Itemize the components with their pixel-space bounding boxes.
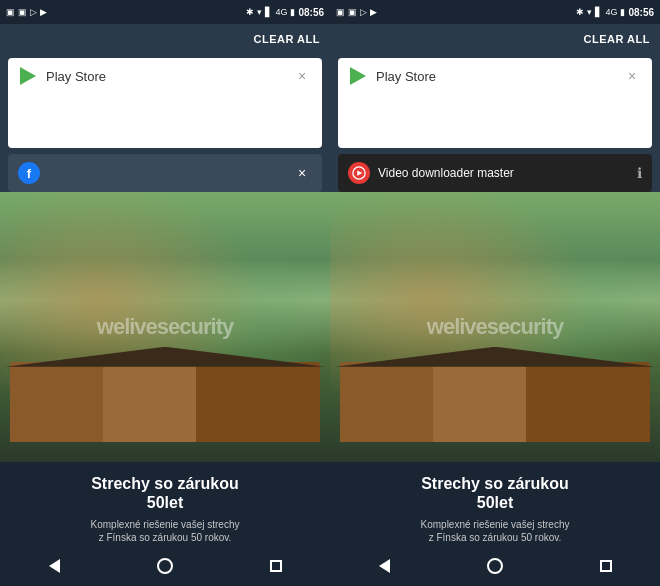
bottom-overlay-left: Strechy so zárukou50let Komplexné riešen… bbox=[0, 462, 330, 550]
bluetooth-icon-r: ✱ bbox=[576, 7, 584, 17]
left-panel: ▣ ▣ ▷ ▶ ✱ ▾ ▋ 4G ▮ 08:56 CLEAR ALL bbox=[0, 0, 330, 586]
forward-icon-r: ▷ bbox=[360, 7, 367, 17]
signal-icon-r: ▋ bbox=[595, 7, 602, 17]
playstore-title-left: Play Store bbox=[46, 69, 284, 84]
card-header-left: Play Store × bbox=[8, 58, 322, 92]
svg-marker-3 bbox=[357, 170, 362, 175]
battery-icon-r: ▮ bbox=[620, 7, 625, 17]
playstore-title-right: Play Store bbox=[376, 69, 614, 84]
notification-icon-r2: ▣ bbox=[348, 7, 357, 17]
battery-4g: 4G bbox=[275, 7, 287, 17]
signal-icon: ▋ bbox=[265, 7, 272, 17]
clear-all-button-right[interactable]: CLEAR ALL bbox=[584, 33, 650, 45]
photo-bg-left: welivesecurity bbox=[0, 192, 330, 462]
battery-icon: ▮ bbox=[290, 7, 295, 17]
home-button-left[interactable] bbox=[157, 558, 173, 574]
playstore-card-left: Play Store × bbox=[8, 58, 322, 148]
headline-left: Strechy so zárukou50let bbox=[12, 474, 318, 512]
card-header-right: Play Store × bbox=[338, 58, 652, 92]
nav-bar-right bbox=[330, 550, 660, 586]
play-icon-r: ▶ bbox=[370, 7, 377, 17]
battery-4g-r: 4G bbox=[605, 7, 617, 17]
status-bar-right: ▣ ▣ ▷ ▶ ✱ ▾ ▋ 4G ▮ 08:56 bbox=[330, 0, 660, 24]
forward-icon: ▷ bbox=[30, 7, 37, 17]
subtext-left: Komplexné riešenie vašej strechyz Fínska… bbox=[12, 518, 318, 544]
notification-icon-2: ▣ bbox=[18, 7, 27, 17]
notification-icon-r1: ▣ bbox=[336, 7, 345, 17]
headline-right: Strechy so zárukou50let bbox=[342, 474, 648, 512]
watermark-right: welivesecurity bbox=[427, 314, 563, 340]
bluetooth-icon: ✱ bbox=[246, 7, 254, 17]
video-downloader-card: Video downloader master ℹ bbox=[338, 154, 652, 192]
roof-right bbox=[335, 347, 655, 367]
status-icons-right-left: ▣ ▣ ▷ ▶ bbox=[336, 7, 377, 17]
playstore-close-left[interactable]: × bbox=[292, 66, 312, 86]
back-button-right[interactable] bbox=[379, 559, 390, 573]
bottom-overlay-right: Strechy so zárukou50let Komplexné riešen… bbox=[330, 462, 660, 550]
playstore-card-right: Play Store × bbox=[338, 58, 652, 148]
playstore-icon-right bbox=[348, 66, 368, 86]
status-icons-right-r: ✱ ▾ ▋ 4G ▮ 08:56 bbox=[576, 7, 654, 18]
playstore-icon-left bbox=[18, 66, 38, 86]
clear-all-button-left[interactable]: CLEAR ALL bbox=[254, 33, 320, 45]
nav-bar-left bbox=[0, 550, 330, 586]
photo-bg-right: welivesecurity bbox=[330, 192, 660, 462]
house-image-left: welivesecurity bbox=[0, 192, 330, 462]
status-bar-left: ▣ ▣ ▷ ▶ ✱ ▾ ▋ 4G ▮ 08:56 bbox=[0, 0, 330, 24]
subtext-content-left: Komplexné riešenie vašej strechyz Fínska… bbox=[91, 519, 240, 543]
status-icons-left: ▣ ▣ ▷ ▶ bbox=[6, 7, 47, 17]
wifi-icon: ▾ bbox=[257, 7, 262, 17]
headline-text-right: Strechy so zárukou50let bbox=[421, 475, 569, 511]
play-icon: ▶ bbox=[40, 7, 47, 17]
svg-marker-1 bbox=[350, 67, 366, 85]
house-image-right: welivesecurity bbox=[330, 192, 660, 462]
house-silhouette-right bbox=[340, 362, 650, 442]
playstore-close-right[interactable]: × bbox=[622, 66, 642, 86]
headline-text-left: Strechy so zárukou50let bbox=[91, 475, 239, 511]
facebook-card-left: f × bbox=[8, 154, 322, 192]
back-button-left[interactable] bbox=[49, 559, 60, 573]
wifi-icon-r: ▾ bbox=[587, 7, 592, 17]
cards-area-right: Play Store × Video downloader master ℹ w… bbox=[330, 54, 660, 550]
facebook-icon-left: f bbox=[18, 162, 40, 184]
status-icons-right: ✱ ▾ ▋ 4G ▮ 08:56 bbox=[246, 7, 324, 18]
subtext-content-right: Komplexné riešenie vašej strechyz Fínska… bbox=[421, 519, 570, 543]
top-bar-right: CLEAR ALL bbox=[330, 24, 660, 54]
status-time-right: 08:56 bbox=[628, 7, 654, 18]
video-downloader-icon bbox=[348, 162, 370, 184]
home-button-right[interactable] bbox=[487, 558, 503, 574]
watermark-left: welivesecurity bbox=[97, 314, 233, 340]
notification-icon-1: ▣ bbox=[6, 7, 15, 17]
status-time-left: 08:56 bbox=[298, 7, 324, 18]
info-icon-video[interactable]: ℹ bbox=[637, 165, 642, 181]
cards-area-left: Play Store × f × welivesecurity Strechy … bbox=[0, 54, 330, 550]
house-silhouette-left bbox=[10, 362, 320, 442]
top-bar-left: CLEAR ALL bbox=[0, 24, 330, 54]
recents-button-left[interactable] bbox=[270, 560, 282, 572]
facebook-close-left[interactable]: × bbox=[292, 163, 312, 183]
svg-marker-0 bbox=[20, 67, 36, 85]
subtext-right: Komplexné riešenie vašej strechyz Fínska… bbox=[342, 518, 648, 544]
recents-button-right[interactable] bbox=[600, 560, 612, 572]
video-downloader-title: Video downloader master bbox=[378, 166, 629, 180]
roof-left bbox=[5, 347, 325, 367]
right-panel: ▣ ▣ ▷ ▶ ✱ ▾ ▋ 4G ▮ 08:56 CLEAR ALL bbox=[330, 0, 660, 586]
facebook-letter: f bbox=[27, 166, 31, 181]
